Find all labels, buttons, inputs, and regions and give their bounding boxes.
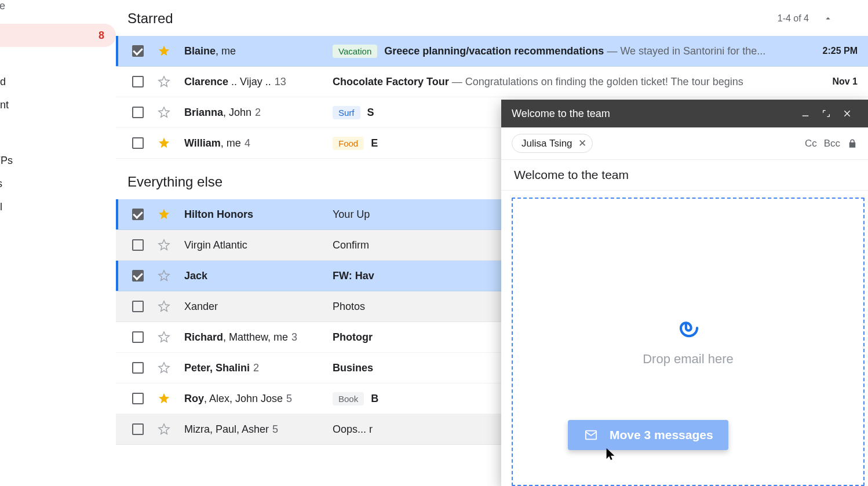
section-title-everything: Everything else bbox=[127, 174, 223, 190]
select-checkbox[interactable] bbox=[132, 423, 144, 435]
select-checkbox[interactable] bbox=[132, 107, 144, 118]
select-checkbox[interactable] bbox=[132, 45, 144, 57]
subject-line: Greece planning/vacation recommendations… bbox=[384, 45, 765, 57]
timestamp: 2:25 PM bbox=[811, 46, 858, 56]
main-content: Starred 1-4 of 4 Blaine, meVacationGreec… bbox=[116, 0, 868, 486]
star-icon[interactable] bbox=[158, 269, 184, 282]
inbox-unread-badge: 8 bbox=[99, 30, 104, 42]
subject-line: S bbox=[367, 107, 374, 119]
subject-line: E bbox=[371, 137, 378, 149]
star-icon[interactable] bbox=[158, 137, 184, 149]
cursor-icon bbox=[604, 445, 617, 462]
senders: Xander bbox=[184, 301, 333, 313]
recipient-name: Julisa Tsing bbox=[521, 138, 572, 149]
fullscreen-icon[interactable] bbox=[816, 109, 837, 118]
drag-indicator: Move 3 messages bbox=[568, 420, 728, 450]
sidebar-item[interactable]: ant bbox=[0, 93, 116, 116]
sidebar-item[interactable]: ts bbox=[0, 172, 116, 195]
subject-line: Busines bbox=[333, 362, 373, 374]
star-icon[interactable] bbox=[158, 208, 184, 221]
attachment-icon bbox=[673, 317, 703, 340]
star-icon[interactable] bbox=[158, 106, 184, 119]
subject-line: Confirm bbox=[333, 239, 369, 251]
compose-body[interactable]: Drop email here Move 3 messages bbox=[501, 191, 868, 486]
minimize-icon[interactable] bbox=[795, 109, 816, 118]
drop-zone-text: Drop email here bbox=[643, 352, 734, 367]
subject-line: FW: Hav bbox=[333, 270, 374, 282]
senders: Brianna, John2 bbox=[184, 107, 333, 119]
star-icon[interactable] bbox=[158, 239, 184, 251]
select-checkbox[interactable] bbox=[132, 239, 144, 251]
star-icon[interactable] bbox=[158, 300, 184, 313]
senders: Mizra, Paul, Asher5 bbox=[184, 423, 333, 436]
select-checkbox[interactable] bbox=[132, 301, 144, 312]
drag-label: Move 3 messages bbox=[610, 428, 713, 442]
compose-header[interactable]: Welcome to the team bbox=[501, 100, 868, 127]
email-row[interactable]: Blaine, meVacationGreece planning/vacati… bbox=[116, 36, 868, 67]
select-checkbox[interactable] bbox=[132, 393, 144, 404]
select-checkbox[interactable] bbox=[132, 270, 144, 282]
compose-title: Welcome to the team bbox=[512, 108, 610, 120]
subject-line: Your Up bbox=[333, 209, 370, 221]
svg-rect-0 bbox=[803, 115, 809, 116]
remove-recipient-icon[interactable]: ✕ bbox=[578, 137, 586, 149]
pagination-text: 1-4 of 4 bbox=[778, 13, 809, 24]
mail-icon bbox=[583, 429, 599, 441]
label-chip[interactable]: Vacation bbox=[333, 45, 377, 58]
select-checkbox[interactable] bbox=[132, 209, 144, 220]
star-icon[interactable] bbox=[158, 75, 184, 88]
sidebar: se 8 d ed ant FPs ts al bbox=[0, 0, 116, 486]
email-row[interactable]: Clarence .. Vijay ..13Chocolate Factory … bbox=[116, 67, 868, 97]
sidebar-item[interactable]: al bbox=[0, 195, 116, 218]
select-checkbox[interactable] bbox=[132, 137, 144, 149]
star-icon[interactable] bbox=[158, 331, 184, 344]
timestamp: Nov 1 bbox=[820, 76, 858, 87]
subject-line: Chocolate Factory Tour — Congratulations… bbox=[333, 76, 743, 88]
star-icon[interactable] bbox=[158, 45, 184, 57]
section-title-starred: Starred bbox=[127, 10, 173, 27]
cc-button[interactable]: Cc bbox=[805, 138, 817, 149]
senders: Roy, Alex, John Jose5 bbox=[184, 393, 333, 405]
subject-line: Photogr bbox=[333, 331, 373, 344]
sidebar-item-inbox[interactable]: 8 bbox=[0, 24, 116, 47]
senders: Blaine, me bbox=[184, 45, 333, 57]
senders: Virgin Atlantic bbox=[184, 239, 333, 251]
senders: Jack bbox=[184, 270, 333, 282]
subject-line: Oops... r bbox=[333, 423, 373, 436]
star-icon[interactable] bbox=[158, 392, 184, 405]
sidebar-item[interactable]: FPs bbox=[0, 149, 116, 172]
label-chip[interactable]: Book bbox=[333, 392, 364, 405]
subject-input[interactable]: Welcome to the team bbox=[501, 160, 868, 191]
senders: Peter, Shalini2 bbox=[184, 362, 333, 374]
sidebar-item[interactable]: ed bbox=[0, 70, 116, 93]
lock-icon[interactable] bbox=[847, 138, 858, 149]
bcc-button[interactable]: Bcc bbox=[824, 138, 840, 149]
drop-zone[interactable]: Drop email here Move 3 messages bbox=[512, 198, 865, 486]
sidebar-item[interactable]: d bbox=[0, 47, 116, 70]
senders: Hilton Honors bbox=[184, 209, 333, 221]
star-icon[interactable] bbox=[158, 361, 184, 374]
senders: William, me4 bbox=[184, 137, 333, 149]
select-checkbox[interactable] bbox=[132, 76, 144, 87]
collapse-icon[interactable] bbox=[823, 13, 833, 24]
subject-line: Photos bbox=[333, 301, 365, 313]
label-chip[interactable]: Surf bbox=[333, 106, 360, 119]
recipients-row[interactable]: Julisa Tsing ✕ Cc Bcc bbox=[501, 127, 868, 160]
close-icon[interactable] bbox=[837, 109, 858, 118]
label-chip[interactable]: Food bbox=[333, 137, 364, 150]
subject-line: B bbox=[371, 393, 378, 405]
star-icon[interactable] bbox=[158, 423, 184, 436]
compose-button[interactable]: se bbox=[0, 0, 116, 24]
senders: Richard, Matthew, me3 bbox=[184, 331, 333, 344]
select-checkbox[interactable] bbox=[132, 362, 144, 374]
select-checkbox[interactable] bbox=[132, 331, 144, 343]
senders: Clarence .. Vijay ..13 bbox=[184, 76, 333, 88]
recipient-chip[interactable]: Julisa Tsing ✕ bbox=[512, 134, 593, 153]
compose-window: Welcome to the team Julisa Tsing ✕ Cc Bc… bbox=[501, 100, 868, 486]
